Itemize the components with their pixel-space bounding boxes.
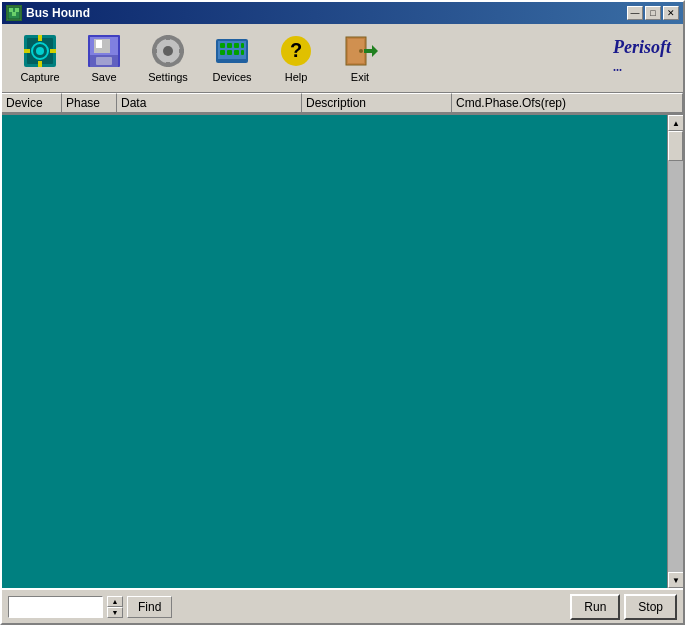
svg-rect-33 <box>234 43 239 48</box>
svg-rect-11 <box>50 49 56 53</box>
devices-icon <box>214 33 250 69</box>
title-controls: — □ ✕ <box>627 6 679 20</box>
content-area: ▲ ▼ <box>2 115 683 588</box>
settings-label: Settings <box>148 71 188 83</box>
svg-rect-31 <box>220 43 225 48</box>
save-icon <box>86 33 122 69</box>
svg-rect-37 <box>234 50 239 55</box>
svg-point-43 <box>359 49 363 53</box>
svg-rect-34 <box>241 43 244 48</box>
save-button[interactable]: Save <box>74 28 134 88</box>
svg-point-20 <box>163 46 173 56</box>
capture-button[interactable]: Capture <box>10 28 70 88</box>
scroll-thumb[interactable] <box>668 131 683 161</box>
app-icon <box>6 5 22 21</box>
search-input[interactable] <box>8 596 103 618</box>
svg-rect-10 <box>24 49 30 53</box>
logo-text: Perisoft <box>613 37 671 57</box>
svg-rect-35 <box>220 50 225 55</box>
column-headers: Device Phase Data Description Cmd.Phase.… <box>2 93 683 115</box>
exit-icon <box>342 33 378 69</box>
svg-rect-36 <box>227 50 232 55</box>
maximize-button[interactable]: □ <box>645 6 661 20</box>
save-label: Save <box>91 71 116 83</box>
svg-rect-8 <box>38 35 42 41</box>
data-area <box>2 115 667 588</box>
find-button[interactable]: Find <box>127 596 172 618</box>
svg-rect-32 <box>227 43 232 48</box>
scroll-down-button[interactable]: ▼ <box>668 572 683 588</box>
vertical-scrollbar: ▲ ▼ <box>667 115 683 588</box>
run-button[interactable]: Run <box>570 594 620 620</box>
help-icon: ? <box>278 33 314 69</box>
minimize-button[interactable]: — <box>627 6 643 20</box>
spinner-down-button[interactable]: ▼ <box>107 607 123 618</box>
col-header-phase: Phase <box>62 93 117 113</box>
spinner-up-button[interactable]: ▲ <box>107 596 123 607</box>
help-button[interactable]: ? Help <box>266 28 326 88</box>
close-button[interactable]: ✕ <box>663 6 679 20</box>
logo-dots: ··· <box>613 63 622 77</box>
settings-icon <box>150 33 186 69</box>
devices-button[interactable]: Devices <box>202 28 262 88</box>
perisoft-logo: Perisoft ··· <box>613 37 671 79</box>
svg-rect-3 <box>12 12 16 16</box>
bottom-bar: ▲ ▼ Find Run Stop <box>2 588 683 623</box>
col-header-device: Device <box>2 93 62 113</box>
svg-rect-15 <box>96 40 102 48</box>
svg-marker-45 <box>372 45 378 57</box>
settings-button[interactable]: Settings <box>138 28 198 88</box>
svg-rect-23 <box>152 49 157 53</box>
capture-label: Capture <box>20 71 59 83</box>
svg-rect-9 <box>38 61 42 67</box>
devices-label: Devices <box>212 71 251 83</box>
col-header-data: Data <box>117 93 302 113</box>
svg-rect-17 <box>96 57 112 65</box>
col-header-cmd: Cmd.Phase.Ofs(rep) <box>452 93 683 113</box>
svg-rect-38 <box>241 50 244 55</box>
svg-point-7 <box>36 47 44 55</box>
scroll-up-button[interactable]: ▲ <box>668 115 683 131</box>
svg-rect-21 <box>166 35 170 40</box>
exit-button[interactable]: Exit <box>330 28 390 88</box>
scroll-track[interactable] <box>668 131 683 572</box>
capture-icon <box>22 33 58 69</box>
svg-rect-1 <box>9 8 13 12</box>
svg-rect-24 <box>179 49 184 53</box>
svg-rect-2 <box>15 8 19 12</box>
search-spinner: ▲ ▼ <box>107 596 123 618</box>
title-bar: Bus Hound — □ ✕ <box>2 2 683 24</box>
toolbar: Capture Save <box>2 24 683 93</box>
help-label: Help <box>285 71 308 83</box>
main-window: Bus Hound — □ ✕ Captu <box>0 0 685 625</box>
exit-label: Exit <box>351 71 369 83</box>
stop-button[interactable]: Stop <box>624 594 677 620</box>
window-title: Bus Hound <box>26 6 90 20</box>
title-bar-left: Bus Hound <box>6 5 90 21</box>
svg-text:?: ? <box>290 39 302 61</box>
svg-rect-22 <box>166 62 170 67</box>
col-header-description: Description <box>302 93 452 113</box>
